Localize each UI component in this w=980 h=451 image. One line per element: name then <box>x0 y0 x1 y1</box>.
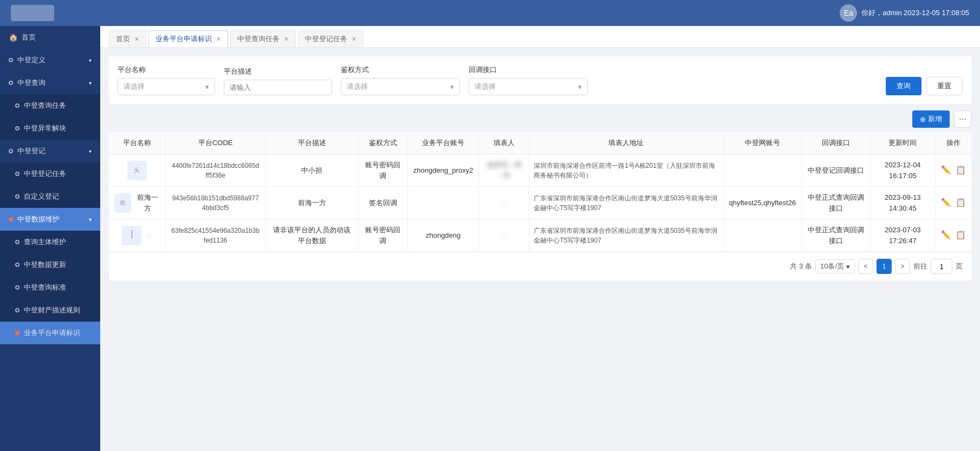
cell-filler-addr: 广东省深圳市前海深港合作区南山街道梦海大道5035号前海华润金融中心T5写字楼1… <box>529 219 723 252</box>
cell-callback: 中登登记回调接口 <box>802 154 871 187</box>
sidebar-item-zhongdeng-asset-rule[interactable]: 中登财产描述规则 <box>0 299 100 322</box>
platform-name-select[interactable]: 请选择 ▾ <box>118 78 215 95</box>
col-platform-desc: 平台描述 <box>265 132 358 154</box>
table-toolbar: ⊕ 新增 ··· <box>109 110 971 128</box>
auth-method-select[interactable]: 请选择 ▾ <box>341 78 460 95</box>
page-1-button[interactable]: 1 <box>877 259 892 274</box>
dot-icon <box>15 240 20 244</box>
sidebar-item-home[interactable]: 🏠 首页 <box>0 26 100 49</box>
callback-select[interactable]: 请选择 ▾ <box>469 78 588 95</box>
close-icon[interactable]: ✕ <box>284 36 289 43</box>
sidebar: 🏠 首页 中登定义 ▾ 中登查询 ▾ 中登查询任务 中登异常解块 中登登记 <box>0 26 100 451</box>
cell-update-time: 2023-09-13 14:30:45 <box>870 187 935 219</box>
page-label: 页 <box>956 262 963 271</box>
sidebar-item-zhongdeng-data-update[interactable]: 中登数据更新 <box>0 253 100 276</box>
col-filler-addr: 填表人地址 <box>529 132 723 154</box>
cell-filler: ··· <box>479 187 529 219</box>
callback-placeholder: 请选择 <box>475 82 496 91</box>
copy-icon[interactable]: 📋 <box>956 197 966 209</box>
edit-icon[interactable]: ✏️ <box>941 229 951 241</box>
close-icon[interactable]: ✕ <box>216 36 221 43</box>
col-biz-account: 业务平台账号 <box>407 132 479 154</box>
sidebar-item-biz-platform-apply[interactable]: 业务平台申请标识 <box>0 322 100 344</box>
sidebar-item-zhongdeng-def[interactable]: 中登定义 ▾ <box>0 49 100 71</box>
cell-zhongdeng-account <box>723 219 802 252</box>
copy-icon[interactable]: 📋 <box>956 229 966 241</box>
dot-icon <box>9 149 13 153</box>
user-info-area: Ea 你好，admin 2023-12-05 17:08:05 <box>840 4 969 22</box>
tab-biz-platform[interactable]: 业务平台申请标识 ✕ <box>148 30 228 47</box>
logo-area <box>11 5 54 21</box>
sidebar-item-zhongdeng-register[interactable]: 中登登记 ▾ <box>0 140 100 162</box>
prev-page-button[interactable]: < <box>858 259 873 274</box>
sidebar-item-zhongdeng-query-standard[interactable]: 中登查询标准 <box>0 276 100 299</box>
tab-label: 业务平台申请标识 <box>155 34 212 44</box>
platform-desc-input[interactable] <box>230 83 326 91</box>
sidebar-item-zhongdeng-register-task[interactable]: 中登登记任务 <box>0 162 100 185</box>
col-zhongdeng-account: 中登网账号 <box>723 132 802 154</box>
more-icon: ··· <box>959 114 966 124</box>
reset-button[interactable]: 重置 <box>926 77 963 95</box>
logo-box <box>11 5 54 21</box>
edit-icon[interactable]: ✏️ <box>941 197 951 209</box>
filter-group-auth-method: 鉴权方式 请选择 ▾ <box>341 65 460 95</box>
sidebar-item-zhongdeng-query-task[interactable]: 中登查询任务 <box>0 94 100 117</box>
cell-update-time: 2023-07-03 17:26:47 <box>870 219 935 252</box>
dot-icon <box>15 194 20 199</box>
table-row: 头 4400fe7261d14c18bdcc6065dff5f36e 中小担 账… <box>109 154 971 187</box>
tabs-bar: 首页 ✕ 业务平台申请标识 ✕ 中登查询任务 ✕ 中登登记任务 ✕ <box>100 26 980 48</box>
sidebar-item-zhongdeng-query[interactable]: 中登查询 ▾ <box>0 71 100 94</box>
tab-zhongdeng-register[interactable]: 中登登记任务 ✕ <box>298 30 364 47</box>
page-size-label: 10条/页 <box>820 262 844 271</box>
sidebar-item-query-subject[interactable]: 查询主体维护 <box>0 231 100 253</box>
platform-name-placeholder: 请选择 <box>124 82 145 91</box>
page-goto-input[interactable] <box>931 259 952 274</box>
avatar: Ea <box>840 4 857 22</box>
filter-label-platform-name: 平台名称 <box>118 65 215 75</box>
dot-icon <box>15 331 20 335</box>
dot-icon <box>15 126 20 130</box>
dot-icon <box>9 81 13 85</box>
sidebar-item-label: 自定义登记 <box>24 192 59 201</box>
cell-auth-method: 签名回调 <box>358 187 407 219</box>
chevron-down-icon: ▾ <box>450 83 454 91</box>
table-row: 前 前海一方 943e56b18b151dbd5988a9774bbd3cf5 … <box>109 187 971 219</box>
tab-zhongdeng-query[interactable]: 中登查询任务 ✕ <box>230 30 296 47</box>
auth-method-placeholder: 请选择 <box>347 82 368 91</box>
cell-callback: 中登正式查询回调接口 <box>802 219 871 252</box>
cell-actions: ✏️ 📋 <box>935 187 971 219</box>
chevron-down-icon: ▾ <box>205 83 209 91</box>
page-size-select[interactable]: 10条/页 ▾ <box>815 259 855 273</box>
tab-label: 中登登记任务 <box>305 34 347 44</box>
sidebar-item-label: 中登财产描述规则 <box>24 305 80 315</box>
tab-home[interactable]: 首页 ✕ <box>109 30 146 47</box>
next-icon: > <box>900 263 904 270</box>
platform-desc-input-wrapper <box>224 80 332 95</box>
close-icon[interactable]: ✕ <box>134 36 139 43</box>
sidebar-item-custom-register[interactable]: 自定义登记 <box>0 185 100 208</box>
dot-icon <box>15 285 20 290</box>
cell-update-time: 2023-12-04 16:17:05 <box>870 154 935 187</box>
tab-label: 首页 <box>116 34 130 44</box>
sidebar-item-zhongdeng-exception[interactable]: 中登异常解块 <box>0 117 100 140</box>
sidebar-item-label: 中登查询 <box>17 78 46 88</box>
platform-thumb: Î <box>122 226 141 245</box>
add-button[interactable]: ⊕ 新增 <box>912 110 950 128</box>
close-icon[interactable]: ✕ <box>352 36 356 43</box>
add-icon: ⊕ <box>920 115 926 123</box>
chevron-down-icon: ▾ <box>846 263 850 271</box>
cell-auth-method: 账号密码回调 <box>358 219 407 252</box>
sidebar-item-zhongdeng-data[interactable]: 中登数据维护 ▾ <box>0 208 100 231</box>
chevron-down-icon: ▾ <box>89 148 92 154</box>
search-button[interactable]: 查询 <box>886 77 921 95</box>
content-area: 首页 ✕ 业务平台申请标识 ✕ 中登查询任务 ✕ 中登登记任务 ✕ <box>100 26 980 451</box>
chevron-down-icon: ▾ <box>578 83 582 91</box>
chevron-down-icon: ▾ <box>89 57 92 63</box>
more-button[interactable]: ··· <box>954 110 971 128</box>
copy-icon[interactable]: 📋 <box>956 164 966 177</box>
sidebar-item-label: 查询主体维护 <box>24 237 66 247</box>
edit-icon[interactable]: ✏️ <box>941 164 951 177</box>
next-page-button[interactable]: > <box>895 259 910 274</box>
platform-thumb: 前 <box>114 193 131 213</box>
cell-filler: 深圳市···理···司 <box>479 154 529 187</box>
